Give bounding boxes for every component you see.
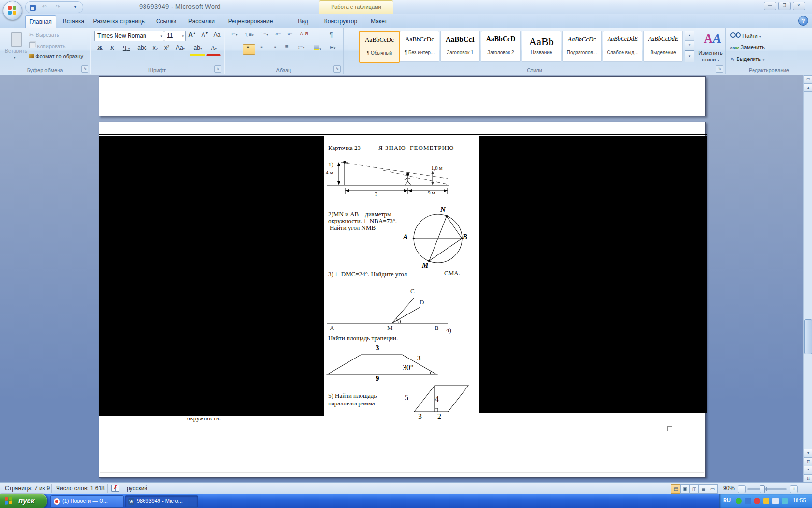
scrollbar-thumb[interactable]: [804, 319, 812, 354]
tray-icon-green[interactable]: [736, 498, 742, 504]
tab-vstavka[interactable]: Вставка: [61, 15, 86, 28]
view-web-button[interactable]: ◫: [689, 484, 699, 494]
view-fullscreen-button[interactable]: ▣: [680, 484, 690, 494]
show-marks-button[interactable]: ¶: [323, 31, 339, 42]
language-indicator[interactable]: русский: [127, 485, 147, 492]
highlight-button[interactable]: ab▾: [190, 44, 205, 56]
save-button[interactable]: [27, 3, 37, 11]
help-button[interactable]: ?: [798, 16, 808, 26]
tab-konstruktor[interactable]: Конструктор: [319, 15, 362, 28]
style-card-emphasis[interactable]: AaBbCcDdEВыделение: [643, 31, 683, 62]
zoom-slider-thumb[interactable]: [760, 485, 765, 493]
style-card-title[interactable]: AaBbНазвание: [522, 31, 561, 62]
strikethrough-button[interactable]: abc: [135, 44, 149, 55]
tab-ssylki[interactable]: Ссылки: [153, 15, 180, 28]
zoom-out-button[interactable]: −: [738, 485, 746, 493]
style-card-heading1[interactable]: AaBbCcIЗаголовок 1: [440, 31, 480, 62]
change-styles-button[interactable]: АA Изменить стили ▾: [696, 30, 725, 68]
tab-vid[interactable]: Вид: [293, 15, 313, 28]
style-card-subtle[interactable]: AaBbCcDdEСлабое выд...: [603, 31, 642, 62]
paragraph-dialog-launcher[interactable]: ⇘: [334, 65, 341, 73]
style-card-subtitle[interactable]: AaBbCcDcПодзаголов...: [562, 31, 602, 62]
scroll-up-button[interactable]: ▴: [804, 83, 812, 92]
vertical-scrollbar[interactable]: ▭ ▴ ▾ ⇈ • ⇊: [803, 75, 812, 482]
paste-button[interactable]: Вставить ▾: [4, 30, 28, 65]
underline-button[interactable]: Ч ▾: [118, 44, 134, 55]
office-button[interactable]: [3, 1, 22, 20]
styles-gallery-more[interactable]: ▾: [685, 50, 694, 62]
redo-button[interactable]: ↷: [53, 3, 63, 11]
view-draft-button[interactable]: ▭: [708, 484, 718, 494]
cut-button[interactable]: ✂ Вырезать: [29, 31, 88, 40]
replace-button[interactable]: abac Заменить: [730, 44, 803, 53]
font-dialog-launcher[interactable]: ⇘: [214, 65, 221, 73]
font-color-button[interactable]: А▾: [206, 44, 221, 56]
minimize-button[interactable]: —: [764, 2, 776, 10]
style-card-normal[interactable]: AaBbCcDc¶ Обычный: [359, 31, 400, 63]
change-case-button[interactable]: Aa▾: [173, 44, 188, 55]
close-button[interactable]: ×: [793, 2, 805, 10]
browse-object-button[interactable]: •: [804, 466, 812, 475]
numbering-button[interactable]: ⒈≡▾: [242, 31, 256, 42]
increase-indent-button[interactable]: »≡: [284, 31, 296, 42]
tray-icon-yellow[interactable]: [763, 498, 769, 504]
multilevel-list-button[interactable]: ⋮≡▾: [256, 31, 271, 42]
clock[interactable]: 18:55: [793, 497, 806, 503]
style-card-heading2[interactable]: AaBbCcDЗаголовок 2: [481, 31, 521, 62]
bullets-button[interactable]: •≡▾: [227, 31, 242, 42]
start-button[interactable]: пуск: [0, 494, 47, 508]
language-bar[interactable]: RU: [723, 497, 731, 503]
tab-recenzirovanie[interactable]: Рецензирование: [223, 15, 277, 28]
clear-formatting-button[interactable]: Аа: [211, 31, 223, 42]
copy-button[interactable]: Копировать: [29, 42, 88, 51]
style-card-no-spacing[interactable]: AaBbCcDc¶ Без интер...: [400, 31, 439, 62]
superscript-button[interactable]: x²: [161, 44, 173, 55]
view-outline-button[interactable]: ≣: [698, 484, 709, 494]
tray-icon-network[interactable]: [782, 498, 788, 504]
styles-scroll-up[interactable]: ▴: [685, 31, 694, 41]
italic-button[interactable]: К: [106, 44, 118, 55]
taskbar-app-news[interactable]: (1) Новости — О...: [50, 495, 124, 508]
qat-customize-button[interactable]: ▾: [70, 3, 81, 11]
shrink-font-button[interactable]: А▼: [199, 31, 211, 42]
restore-button[interactable]: ❐: [778, 2, 791, 10]
styles-dialog-launcher[interactable]: ⇘: [716, 65, 723, 73]
zoom-level[interactable]: 90%: [723, 485, 735, 492]
clipboard-dialog-launcher[interactable]: ⇘: [81, 65, 88, 73]
font-name-combo[interactable]: Times New Roman▾: [94, 31, 164, 41]
scroll-down-button[interactable]: ▾: [804, 449, 812, 458]
shading-button[interactable]: ▾: [310, 44, 325, 55]
subscript-button[interactable]: x₂: [149, 44, 161, 55]
tray-icon-red[interactable]: [754, 498, 760, 504]
borders-button[interactable]: ⊞▾: [325, 44, 340, 55]
grow-font-button[interactable]: А▲: [186, 31, 199, 42]
align-left-button[interactable]: ≡‒: [243, 44, 255, 55]
proofing-status-icon[interactable]: ✗: [111, 485, 119, 492]
tray-icon-volume[interactable]: [772, 498, 779, 504]
bold-button[interactable]: Ж: [94, 44, 106, 55]
taskbar-app-word[interactable]: W 98693949 - Micro...: [125, 495, 198, 508]
format-painter-button[interactable]: Формат по образцу: [29, 52, 91, 61]
styles-scroll-down[interactable]: ▾: [685, 41, 694, 50]
tab-glavnaya[interactable]: Главная: [25, 15, 56, 28]
word-count[interactable]: Число слов: 1 618: [56, 485, 105, 492]
sort-button[interactable]: А↓Я: [298, 31, 310, 42]
find-button[interactable]: Найти ▾: [730, 32, 803, 42]
zoom-slider-track[interactable]: [747, 488, 787, 490]
ruler-toggle-button[interactable]: ▭: [804, 75, 812, 84]
tab-maket[interactable]: Макет: [365, 15, 392, 28]
font-size-combo[interactable]: 11▾: [164, 31, 186, 41]
decrease-indent-button[interactable]: «≡: [273, 31, 284, 42]
next-page-button[interactable]: ⇊: [804, 474, 812, 482]
tray-icon-blue[interactable]: [745, 498, 751, 504]
align-right-button[interactable]: ‒≡: [268, 44, 280, 55]
table-resize-handle[interactable]: [667, 426, 672, 431]
page-indicator[interactable]: Страница: 7 из 9: [5, 485, 50, 492]
page-7[interactable]: Карточка 23 Я ЗНАЮ ГЕОМЕТРИЮ 1) 4 м 1,8 …: [99, 122, 706, 478]
view-print-layout-button[interactable]: ▤: [671, 484, 681, 494]
select-button[interactable]: ⇖ Выделить ▾: [730, 55, 803, 65]
tab-rassylki[interactable]: Рассылки: [186, 15, 218, 28]
tab-razmetka[interactable]: Разметка страницы: [92, 15, 147, 28]
justify-button[interactable]: ≣: [280, 44, 293, 55]
align-center-button[interactable]: ≡: [255, 44, 268, 55]
